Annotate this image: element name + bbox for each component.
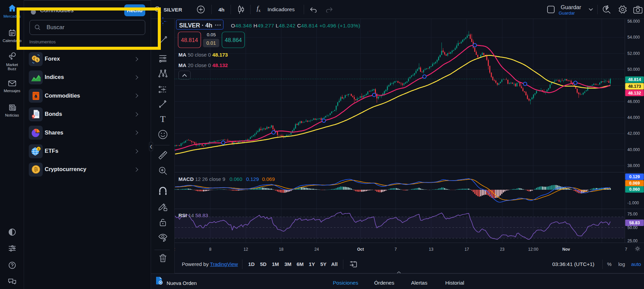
svg-text:46.000: 46.000 bbox=[627, 99, 640, 104]
svg-text:40.000: 40.000 bbox=[627, 147, 640, 152]
svg-text:58.83: 58.83 bbox=[629, 221, 640, 225]
svg-text:0.069: 0.069 bbox=[629, 181, 640, 186]
svg-text:0.069: 0.069 bbox=[262, 176, 275, 182]
svg-text:MACD 12 26 close 9: MACD 12 26 close 9 bbox=[178, 176, 225, 182]
svg-text:7: 7 bbox=[394, 247, 397, 252]
svg-text:0.129: 0.129 bbox=[246, 176, 259, 182]
svg-text:17: 17 bbox=[465, 247, 469, 252]
svg-text:Nov: Nov bbox=[562, 247, 570, 252]
svg-text:MA 20 close 0 48.132: MA 20 close 0 48.132 bbox=[178, 62, 228, 68]
svg-text:0.05: 0.05 bbox=[207, 32, 216, 37]
svg-text:42.000: 42.000 bbox=[627, 131, 640, 136]
svg-text:38.000: 38.000 bbox=[627, 163, 640, 168]
svg-text:48.864: 48.864 bbox=[225, 37, 242, 43]
svg-text:56.000: 56.000 bbox=[627, 19, 640, 24]
svg-text:44.000: 44.000 bbox=[627, 115, 640, 120]
svg-text:0.129: 0.129 bbox=[629, 174, 640, 179]
svg-text:7: 7 bbox=[625, 247, 627, 252]
svg-text:-1.000: -1.000 bbox=[627, 201, 639, 205]
svg-text:$: $ bbox=[36, 58, 38, 62]
svg-text:T: T bbox=[160, 114, 166, 124]
svg-text:23: 23 bbox=[500, 247, 505, 252]
svg-text:SILVER · 4h: SILVER · 4h bbox=[179, 22, 212, 29]
svg-text:Oct: Oct bbox=[357, 247, 364, 252]
svg-text:48.814: 48.814 bbox=[628, 77, 641, 82]
svg-text:25.00: 25.00 bbox=[627, 239, 638, 243]
svg-text:54.000: 54.000 bbox=[627, 35, 640, 40]
svg-text:12: 12 bbox=[243, 247, 248, 252]
svg-text:RSI 14 58.83: RSI 14 58.83 bbox=[178, 212, 208, 218]
svg-text:75.00: 75.00 bbox=[627, 212, 638, 216]
svg-text:$: $ bbox=[38, 147, 39, 151]
svg-text:12:00: 12:00 bbox=[528, 247, 538, 252]
svg-text:48.173: 48.173 bbox=[628, 84, 641, 89]
svg-text:50.000: 50.000 bbox=[627, 67, 640, 72]
svg-text:0.060: 0.060 bbox=[629, 187, 640, 192]
svg-text:8: 8 bbox=[209, 247, 212, 252]
svg-text:MA 50 close 0 48.173: MA 50 close 0 48.173 bbox=[178, 52, 228, 58]
svg-text:0.01: 0.01 bbox=[206, 40, 216, 46]
svg-text:24: 24 bbox=[315, 247, 319, 252]
svg-text:52.000: 52.000 bbox=[627, 51, 640, 56]
svg-text:0.060: 0.060 bbox=[230, 176, 242, 182]
svg-text:O48.348 H49.277 L48.242 C48.81: O48.348 H49.277 L48.242 C48.814 +0.496 (… bbox=[231, 23, 360, 28]
svg-text:18: 18 bbox=[279, 247, 284, 252]
svg-text:13: 13 bbox=[429, 247, 434, 252]
svg-text:48.814: 48.814 bbox=[181, 37, 198, 43]
svg-text:48.132: 48.132 bbox=[628, 91, 641, 96]
